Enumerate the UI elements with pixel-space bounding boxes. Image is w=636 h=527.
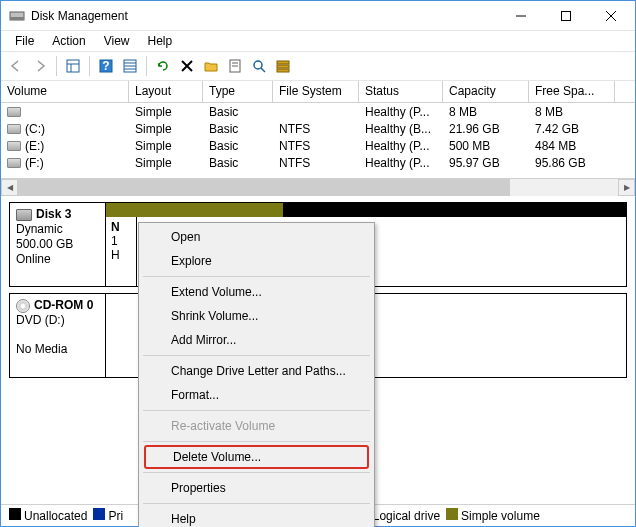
window-title: Disk Management	[31, 9, 498, 23]
scroll-left-button[interactable]: ◀	[1, 179, 18, 196]
svg-point-20	[254, 61, 262, 69]
search-icon[interactable]	[248, 55, 270, 77]
maximize-button[interactable]	[543, 1, 588, 30]
context-separator	[143, 276, 370, 277]
table-body: Simple Basic Healthy (P... 8 MB 8 MB (C:…	[1, 103, 635, 178]
forward-button[interactable]	[29, 55, 51, 77]
disk-info: CD-ROM 0 DVD (D:) No Media	[10, 294, 106, 377]
toolbar-list-icon[interactable]	[272, 55, 294, 77]
disk-icon	[16, 209, 32, 221]
scroll-thumb[interactable]	[18, 179, 510, 196]
partition-bar-unallocated	[283, 203, 626, 217]
menu-action[interactable]: Action	[44, 32, 93, 50]
svg-rect-6	[67, 60, 79, 72]
disk-info: Disk 3 Dynamic 500.00 GB Online	[10, 203, 106, 286]
menu-file[interactable]: File	[7, 32, 42, 50]
drive-icon	[7, 158, 21, 168]
svg-text:?: ?	[102, 59, 109, 73]
titlebar: Disk Management	[1, 1, 635, 31]
table-header: Volume Layout Type File System Status Ca…	[1, 81, 635, 103]
cdrom-icon	[16, 299, 30, 313]
drive-icon	[7, 141, 21, 151]
drive-icon	[7, 107, 21, 117]
context-separator	[143, 503, 370, 504]
svg-rect-1	[10, 17, 24, 20]
col-free[interactable]: Free Spa...	[529, 81, 615, 102]
toolbar-view-icon[interactable]	[62, 55, 84, 77]
ctx-properties[interactable]: Properties	[141, 476, 372, 500]
ctx-shrink-volume[interactable]: Shrink Volume...	[141, 304, 372, 328]
col-capacity[interactable]: Capacity	[443, 81, 529, 102]
folder-icon[interactable]	[200, 55, 222, 77]
volume-table: Volume Layout Type File System Status Ca…	[1, 81, 635, 196]
ctx-delete-volume[interactable]: Delete Volume...	[144, 445, 369, 469]
scroll-right-button[interactable]: ▶	[618, 179, 635, 196]
menu-help[interactable]: Help	[140, 32, 181, 50]
col-filesystem[interactable]: File System	[273, 81, 359, 102]
svg-rect-23	[277, 65, 289, 68]
toolbar-settings-icon[interactable]	[119, 55, 141, 77]
col-type[interactable]: Type	[203, 81, 273, 102]
ctx-help[interactable]: Help	[141, 507, 372, 527]
partition-bar-simple	[106, 203, 283, 217]
table-row[interactable]: (C:) Simple Basic NTFS Healthy (B... 21.…	[1, 120, 635, 137]
swatch-simple	[446, 508, 458, 520]
close-button[interactable]	[588, 1, 633, 30]
col-status[interactable]: Status	[359, 81, 443, 102]
ctx-change-drive-letter[interactable]: Change Drive Letter and Paths...	[141, 359, 372, 383]
refresh-icon[interactable]	[152, 55, 174, 77]
ctx-reactivate-volume: Re-activate Volume	[141, 414, 372, 438]
svg-rect-24	[277, 69, 289, 72]
ctx-format[interactable]: Format...	[141, 383, 372, 407]
app-icon	[9, 8, 25, 24]
col-volume[interactable]: Volume	[1, 81, 129, 102]
delete-icon[interactable]	[176, 55, 198, 77]
back-button[interactable]	[5, 55, 27, 77]
menubar: File Action View Help	[1, 31, 635, 51]
context-separator	[143, 441, 370, 442]
svg-rect-22	[277, 61, 289, 64]
table-row[interactable]: (F:) Simple Basic NTFS Healthy (P... 95.…	[1, 154, 635, 171]
context-menu: Open Explore Extend Volume... Shrink Vol…	[138, 222, 375, 527]
context-separator	[143, 410, 370, 411]
swatch-primary	[93, 508, 105, 520]
table-row[interactable]: Simple Basic Healthy (P... 8 MB 8 MB	[1, 103, 635, 120]
properties-icon[interactable]	[224, 55, 246, 77]
context-separator	[143, 472, 370, 473]
ctx-explore[interactable]: Explore	[141, 249, 372, 273]
context-separator	[143, 355, 370, 356]
help-icon[interactable]: ?	[95, 55, 117, 77]
ctx-add-mirror[interactable]: Add Mirror...	[141, 328, 372, 352]
drive-icon	[7, 124, 21, 134]
ctx-open[interactable]: Open	[141, 225, 372, 249]
swatch-unallocated	[9, 508, 21, 520]
minimize-button[interactable]	[498, 1, 543, 30]
horizontal-scrollbar[interactable]: ◀ ▶	[1, 178, 635, 195]
toolbar: ?	[1, 51, 635, 81]
menu-view[interactable]: View	[96, 32, 138, 50]
svg-line-21	[261, 68, 265, 72]
table-row[interactable]: (E:) Simple Basic NTFS Healthy (P... 500…	[1, 137, 635, 154]
col-layout[interactable]: Layout	[129, 81, 203, 102]
partition-cell[interactable]: N 1 H	[106, 217, 137, 286]
svg-rect-3	[561, 11, 570, 20]
ctx-extend-volume[interactable]: Extend Volume...	[141, 280, 372, 304]
